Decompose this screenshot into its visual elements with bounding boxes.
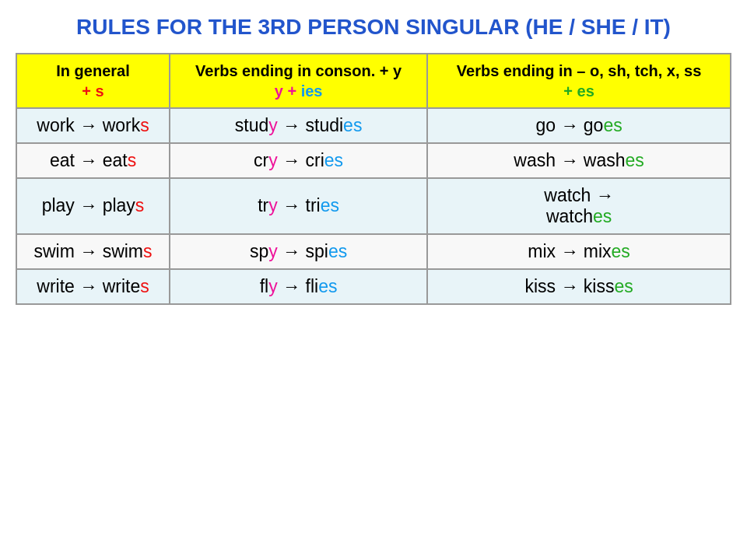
- cell-eat: eat → eats: [16, 143, 170, 178]
- cell-go: go → goes: [427, 108, 731, 143]
- col-header-sub-2: + es: [433, 81, 725, 101]
- table-row: write → writes fly → flies kiss → kisses: [16, 269, 731, 304]
- col-header-sub-1: y + ies: [175, 81, 422, 101]
- col-header-main-0: In general: [56, 62, 129, 79]
- cell-kiss: kiss → kisses: [427, 269, 731, 304]
- cell-try: try → tries: [170, 178, 427, 234]
- table-row: eat → eats cry → cries wash → washes: [16, 143, 731, 178]
- cell-watch: watch →watches: [427, 178, 731, 234]
- cell-fly: fly → flies: [170, 269, 427, 304]
- table-row: play → plays try → tries watch →watches: [16, 178, 731, 234]
- cell-study: study → studies: [170, 108, 427, 143]
- col-header-main-2: Verbs ending in – o, sh, tch, x, ss: [457, 62, 702, 79]
- col-header-general: In general + s: [16, 54, 170, 108]
- table-row: swim → swims spy → spies mix → mixes: [16, 234, 731, 269]
- cell-play: play → plays: [16, 178, 170, 234]
- col-header-sub-0: + s: [22, 81, 164, 101]
- cell-write: write → writes: [16, 269, 170, 304]
- cell-work: work → works: [16, 108, 170, 143]
- col-header-main-1: Verbs ending in conson. + y: [195, 62, 402, 79]
- cell-wash: wash → washes: [427, 143, 731, 178]
- col-header-special: Verbs ending in – o, sh, tch, x, ss + es: [427, 54, 731, 108]
- cell-spy: spy → spies: [170, 234, 427, 269]
- col-header-consonant-y: Verbs ending in conson. + y y + ies: [170, 54, 427, 108]
- page-title: RULES FOR THE 3RD PERSON SINGULAR (HE / …: [76, 14, 671, 40]
- cell-mix: mix → mixes: [427, 234, 731, 269]
- grammar-table: In general + s Verbs ending in conson. +…: [16, 53, 731, 305]
- table-row: work → works study → studies go → goes: [16, 108, 731, 143]
- cell-cry: cry → cries: [170, 143, 427, 178]
- cell-swim: swim → swims: [16, 234, 170, 269]
